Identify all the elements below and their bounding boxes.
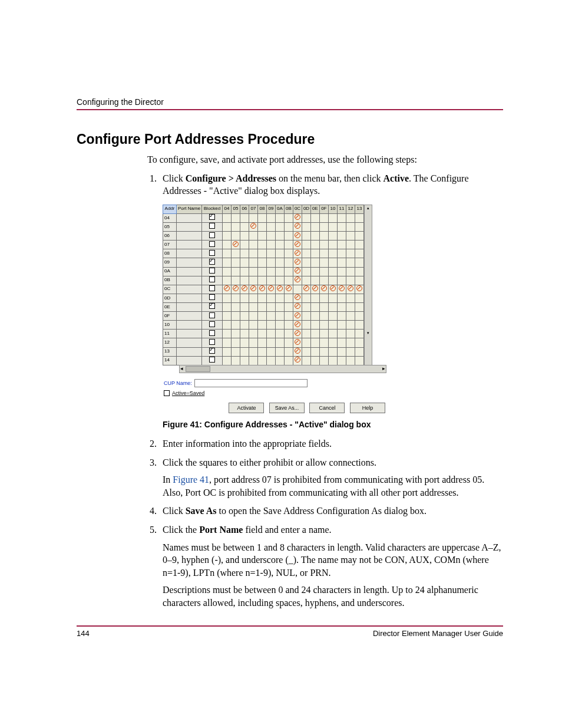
matrix-cell[interactable] (223, 232, 232, 241)
matrix-cell[interactable] (338, 258, 346, 267)
matrix-cell[interactable] (302, 232, 311, 241)
matrix-cell[interactable] (258, 232, 267, 241)
matrix-cell[interactable] (311, 312, 320, 321)
matrix-cell[interactable] (267, 285, 276, 294)
matrix-cell[interactable] (232, 321, 240, 330)
matrix-cell[interactable] (249, 330, 258, 338)
matrix-cell[interactable] (293, 347, 302, 356)
matrix-cell[interactable] (232, 347, 240, 356)
matrix-cell[interactable] (232, 258, 240, 267)
matrix-cell[interactable] (329, 294, 338, 302)
matrix-cell[interactable] (240, 223, 249, 232)
matrix-cell[interactable] (329, 267, 338, 276)
matrix-cell[interactable] (258, 312, 267, 321)
matrix-cell[interactable] (240, 213, 249, 222)
matrix-cell[interactable] (355, 330, 364, 338)
matrix-cell[interactable] (267, 321, 276, 330)
matrix-cell[interactable] (240, 330, 249, 338)
matrix-cell[interactable] (223, 213, 232, 222)
matrix-cell[interactable] (240, 249, 249, 258)
matrix-cell[interactable] (311, 347, 320, 356)
blocked-checkbox[interactable] (209, 348, 215, 354)
matrix-cell[interactable] (240, 356, 249, 365)
blocked-checkbox[interactable] (209, 250, 215, 256)
matrix-cell[interactable] (249, 223, 258, 232)
port-name-cell[interactable] (177, 285, 202, 294)
matrix-cell[interactable] (240, 267, 249, 276)
port-name-cell[interactable] (177, 347, 202, 356)
matrix-cell[interactable] (249, 258, 258, 267)
matrix-cell[interactable] (293, 338, 302, 347)
blocked-checkbox[interactable] (209, 223, 215, 229)
matrix-cell[interactable] (329, 258, 338, 267)
matrix-cell[interactable] (338, 312, 346, 321)
matrix-cell[interactable] (240, 347, 249, 356)
matrix-cell[interactable] (311, 249, 320, 258)
matrix-cell[interactable] (302, 285, 311, 294)
matrix-cell[interactable] (320, 347, 329, 356)
matrix-cell[interactable] (355, 294, 364, 302)
matrix-cell[interactable] (276, 302, 285, 311)
port-name-cell[interactable] (177, 312, 202, 321)
blocked-checkbox[interactable] (209, 330, 215, 336)
matrix-cell[interactable] (320, 285, 329, 294)
matrix-cell[interactable] (232, 356, 240, 365)
matrix-cell[interactable] (302, 249, 311, 258)
matrix-cell[interactable] (355, 302, 364, 311)
matrix-cell[interactable] (320, 249, 329, 258)
matrix-cell[interactable] (249, 267, 258, 276)
matrix-cell[interactable] (320, 213, 329, 222)
matrix-cell[interactable] (338, 338, 346, 347)
matrix-cell[interactable] (223, 338, 232, 347)
matrix-cell[interactable] (285, 347, 293, 356)
matrix-cell[interactable] (329, 285, 338, 294)
matrix-cell[interactable] (232, 241, 240, 249)
matrix-cell[interactable] (311, 294, 320, 302)
matrix-cell[interactable] (232, 232, 240, 241)
matrix-cell[interactable] (338, 276, 346, 285)
matrix-cell[interactable] (267, 258, 276, 267)
matrix-cell[interactable] (346, 267, 355, 276)
port-name-cell[interactable] (177, 330, 202, 338)
matrix-cell[interactable] (302, 330, 311, 338)
matrix-cell[interactable] (329, 249, 338, 258)
port-name-cell[interactable] (177, 249, 202, 258)
port-name-cell[interactable] (177, 267, 202, 276)
matrix-cell[interactable] (329, 302, 338, 311)
matrix-cell[interactable] (302, 321, 311, 330)
matrix-cell[interactable] (293, 302, 302, 311)
matrix-cell[interactable] (311, 258, 320, 267)
matrix-cell[interactable] (232, 223, 240, 232)
matrix-cell[interactable] (302, 213, 311, 222)
matrix-cell[interactable] (338, 321, 346, 330)
matrix-cell[interactable] (293, 276, 302, 285)
matrix-cell[interactable] (276, 276, 285, 285)
matrix-cell[interactable] (311, 330, 320, 338)
matrix-cell[interactable] (346, 338, 355, 347)
blocked-checkbox[interactable] (209, 312, 215, 318)
matrix-cell[interactable] (285, 258, 293, 267)
matrix-cell[interactable] (346, 258, 355, 267)
matrix-cell[interactable] (258, 223, 267, 232)
matrix-cell[interactable] (240, 285, 249, 294)
matrix-cell[interactable] (293, 223, 302, 232)
matrix-cell[interactable] (240, 302, 249, 311)
matrix-cell[interactable] (258, 267, 267, 276)
matrix-cell[interactable] (320, 330, 329, 338)
matrix-cell[interactable] (249, 321, 258, 330)
matrix-cell[interactable] (320, 232, 329, 241)
matrix-cell[interactable] (285, 213, 293, 222)
matrix-cell[interactable] (285, 330, 293, 338)
cancel-button[interactable]: Cancel (309, 403, 345, 413)
port-name-cell[interactable] (177, 213, 202, 222)
matrix-cell[interactable] (302, 258, 311, 267)
port-name-cell[interactable] (177, 294, 202, 302)
matrix-cell[interactable] (311, 232, 320, 241)
matrix-cell[interactable] (346, 330, 355, 338)
matrix-cell[interactable] (346, 232, 355, 241)
cup-name-input[interactable] (194, 379, 308, 387)
matrix-cell[interactable] (329, 338, 338, 347)
matrix-cell[interactable] (355, 267, 364, 276)
matrix-cell[interactable] (267, 347, 276, 356)
matrix-cell[interactable] (338, 302, 346, 311)
